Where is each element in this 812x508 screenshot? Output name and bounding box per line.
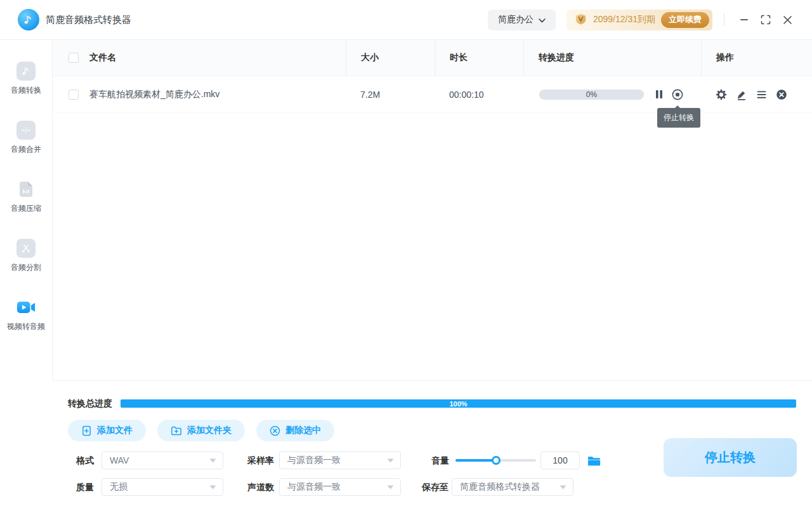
save-to-value: 简鹿音频格式转换器 [460, 481, 560, 493]
video-camera-icon [16, 298, 36, 317]
add-file-label: 添加文件 [97, 425, 133, 436]
row-progress-bar: 0% [539, 90, 644, 100]
dropdown-triangle-icon [209, 458, 216, 463]
add-file-button[interactable]: 添加文件 [68, 420, 146, 441]
file-duration: 00:00:10 [449, 90, 484, 100]
sidebar-item-audio-split[interactable]: 音频分割 [11, 239, 41, 273]
vip-license-badge: 2099/12/31到期 立即续费 [566, 10, 712, 30]
remove-button[interactable] [776, 89, 787, 100]
gear-icon [716, 89, 727, 100]
bottom-panel: 转换总进度 100% 添加文件 添加文件夹 删除选中 格 [0, 382, 812, 508]
row-progress-text: 0% [539, 90, 644, 100]
dropdown-triangle-icon [560, 485, 566, 490]
sidebar-item-label: 音频转换 [11, 85, 41, 96]
license-expiry-text: 2099/12/31到期 [593, 14, 655, 25]
sample-rate-value: 与源音频一致 [287, 455, 387, 466]
pencil-icon [736, 89, 747, 100]
topbar-divider [724, 13, 724, 26]
file-size: 7.2M [360, 90, 380, 100]
stop-tooltip-text: 停止转换 [664, 113, 694, 122]
app-logo-icon [18, 9, 39, 30]
settings-button[interactable] [716, 89, 727, 100]
compress-file-icon [16, 180, 36, 199]
folder-plus-icon [171, 425, 182, 436]
file-list: 文件名 大小 时长 转换进度 操作 赛车航拍视频素材_简鹿办公.mkv 7.2M… [52, 40, 812, 381]
music-note-icon [16, 62, 36, 81]
save-to-select[interactable]: 简鹿音频格式转换器 [452, 478, 573, 496]
total-progress-text: 100% [121, 399, 796, 408]
maximize-icon [761, 15, 771, 25]
workspace-dropdown[interactable]: 简鹿办公 [488, 10, 556, 30]
close-icon [783, 15, 792, 25]
header-filename: 文件名 [89, 52, 116, 64]
header-progress: 转换进度 [539, 52, 574, 64]
quality-value: 无损 [110, 481, 209, 493]
dropdown-triangle-icon [387, 485, 394, 490]
sidebar-item-audio-compress[interactable]: 音频压缩 [11, 180, 41, 214]
edit-button[interactable] [736, 89, 747, 100]
volume-label: 音量 [431, 451, 449, 469]
stop-conversion-button[interactable]: 停止转换 [664, 438, 797, 477]
table-header: 文件名 大小 时长 转换进度 操作 [53, 40, 812, 76]
pause-button[interactable] [655, 90, 664, 99]
close-button[interactable] [776, 9, 798, 30]
format-select[interactable]: WAV [102, 451, 223, 469]
details-button[interactable] [756, 89, 767, 100]
add-folder-label: 添加文件夹 [187, 425, 232, 436]
stop-button[interactable] [672, 89, 683, 100]
stop-icon [672, 89, 683, 100]
file-name: 赛车航拍视频素材_简鹿办公.mkv [89, 89, 219, 100]
sidebar-item-label: 音频压缩 [11, 203, 41, 214]
quality-label: 质量 [76, 478, 94, 496]
dropdown-triangle-icon [209, 485, 216, 490]
workspace-label: 简鹿办公 [498, 14, 534, 25]
chevron-down-icon [539, 15, 546, 25]
sidebar-item-video-to-audio[interactable]: 视频转音频 [7, 298, 45, 332]
quality-select[interactable]: 无损 [102, 478, 223, 496]
app-title: 简鹿音频格式转换器 [46, 14, 131, 26]
delete-selected-button[interactable]: 删除选中 [256, 420, 334, 441]
select-all-checkbox[interactable] [69, 53, 79, 63]
stop-tooltip: 停止转换 [657, 108, 700, 128]
delete-selected-label: 删除选中 [285, 425, 321, 436]
renew-button[interactable]: 立即续费 [661, 12, 709, 28]
circle-x-icon [776, 89, 787, 100]
list-lines-icon [756, 89, 767, 100]
title-bar: 简鹿音频格式转换器 简鹿办公 2099/12/31到期 立即续费 [0, 0, 812, 40]
sidebar-item-label: 音频分割 [11, 262, 41, 273]
sidebar-item-audio-merge[interactable]: 音频合并 [11, 121, 41, 155]
merge-arrows-icon [16, 121, 36, 140]
sidebar-item-audio-convert[interactable]: 音频转换 [11, 62, 41, 96]
sample-rate-label: 采样率 [247, 451, 274, 469]
format-label: 格式 [76, 451, 94, 469]
vip-crown-icon [574, 13, 587, 27]
header-size: 大小 [361, 52, 379, 64]
channels-label: 声道数 [247, 478, 274, 496]
row-checkbox[interactable] [69, 90, 79, 100]
header-duration: 时长 [450, 52, 468, 64]
format-value: WAV [110, 455, 209, 465]
total-progress-label: 转换总进度 [68, 398, 112, 410]
delete-circle-icon [270, 425, 280, 436]
header-actions: 操作 [716, 52, 734, 64]
sidebar-item-label: 音频合并 [11, 144, 41, 155]
save-to-label: 保存至 [422, 478, 449, 496]
scissors-icon [16, 239, 36, 258]
folder-icon [587, 454, 601, 467]
add-folder-button[interactable]: 添加文件夹 [157, 420, 245, 441]
pause-icon [655, 90, 664, 99]
volume-slider[interactable] [455, 459, 536, 462]
total-progress-bar: 100% [121, 399, 796, 408]
channels-select[interactable]: 与源音频一致 [279, 478, 401, 496]
volume-slider-fill [455, 459, 496, 462]
sample-rate-select[interactable]: 与源音频一致 [279, 451, 401, 469]
volume-input[interactable]: 100 [540, 451, 580, 469]
volume-slider-handle[interactable] [492, 456, 501, 465]
file-plus-icon [81, 425, 92, 436]
minimize-icon [739, 15, 749, 25]
dropdown-triangle-icon [387, 458, 394, 463]
maximize-button[interactable] [755, 9, 776, 30]
minimize-button[interactable] [733, 9, 755, 30]
sidebar-item-label: 视频转音频 [7, 321, 45, 332]
open-folder-button[interactable] [587, 454, 601, 467]
